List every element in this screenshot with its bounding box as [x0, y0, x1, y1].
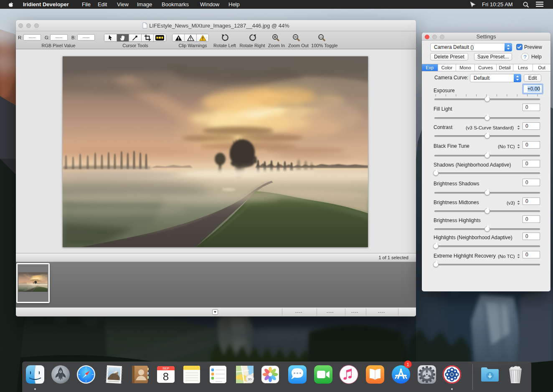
svg-text:1: 1: [406, 362, 409, 367]
svg-text:SEP: SEP: [162, 367, 169, 370]
svg-text:3D: 3D: [248, 377, 252, 381]
svg-text:8: 8: [163, 370, 169, 383]
svg-text:1:1: 1:1: [319, 36, 323, 38]
svg-text:?: ?: [523, 54, 526, 60]
